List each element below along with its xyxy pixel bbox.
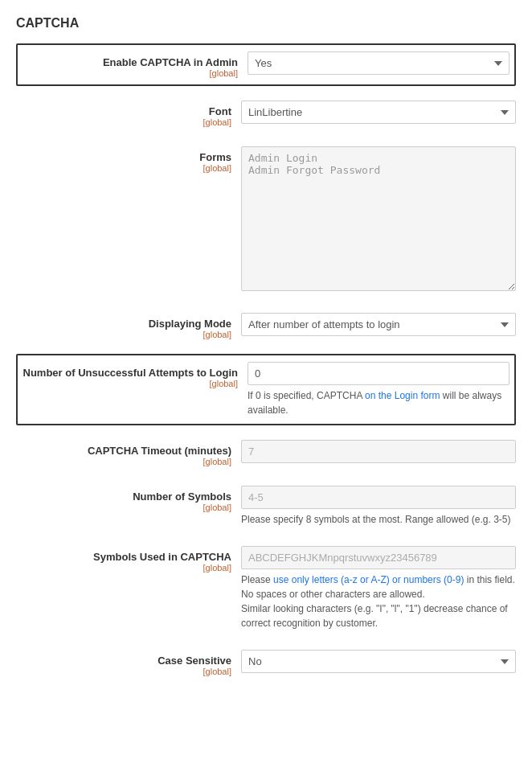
symbols-used-row: Symbols Used in CAPTCHA [global] Please … bbox=[16, 541, 516, 635]
enable-captcha-row: Enable CAPTCHA in Admin [global] Yes No bbox=[16, 43, 516, 86]
case-sensitive-scope: [global] bbox=[16, 667, 231, 676]
captcha-timeout-row: CAPTCHA Timeout (minutes) [global] bbox=[16, 435, 516, 471]
enable-captcha-label: Enable CAPTCHA in Admin bbox=[23, 56, 238, 68]
displaying-mode-scope: [global] bbox=[16, 330, 231, 339]
symbols-used-field: Please use only letters (a-z or A-Z) or … bbox=[241, 546, 516, 630]
unsuccessful-attempts-note: If 0 is specified, CAPTCHA on the Login … bbox=[248, 388, 509, 417]
displaying-mode-row: Displaying Mode [global] After number of… bbox=[16, 308, 516, 344]
forms-row: Forms [global] Admin Login Admin Forgot … bbox=[16, 142, 516, 298]
displaying-mode-field: After number of attempts to login Always bbox=[241, 313, 516, 336]
symbols-used-input[interactable] bbox=[241, 546, 516, 569]
captcha-timeout-label: CAPTCHA Timeout (minutes) bbox=[16, 445, 231, 457]
case-sensitive-row: Case Sensitive [global] No Yes bbox=[16, 645, 516, 681]
captcha-timeout-field bbox=[241, 440, 516, 463]
captcha-timeout-input[interactable] bbox=[241, 440, 516, 463]
captcha-form: Enable CAPTCHA in Admin [global] Yes No … bbox=[16, 43, 516, 681]
number-of-symbols-label: Number of Symbols bbox=[16, 491, 231, 503]
forms-label: Forms bbox=[16, 151, 231, 163]
unsuccessful-attempts-field: If 0 is specified, CAPTCHA on the Login … bbox=[248, 362, 509, 417]
enable-captcha-scope: [global] bbox=[23, 68, 238, 78]
font-label: Font bbox=[16, 105, 231, 117]
displaying-mode-label: Displaying Mode bbox=[16, 318, 231, 330]
enable-captcha-label-col: Enable CAPTCHA in Admin [global] bbox=[23, 51, 248, 78]
unsuccessful-attempts-scope: [global] bbox=[23, 379, 238, 388]
font-select[interactable]: LinLibertine bbox=[241, 101, 516, 124]
forms-scope: [global] bbox=[16, 163, 231, 173]
unsuccessful-attempts-row: Number of Unsuccessful Attempts to Login… bbox=[16, 354, 516, 425]
symbols-used-note: Please use only letters (a-z or A-Z) or … bbox=[241, 573, 516, 630]
case-sensitive-field: No Yes bbox=[241, 650, 516, 673]
font-label-col: Font [global] bbox=[16, 101, 241, 127]
captcha-timeout-scope: [global] bbox=[16, 457, 231, 466]
number-of-symbols-scope: [global] bbox=[16, 503, 231, 512]
number-of-symbols-input[interactable] bbox=[241, 486, 516, 509]
enable-captcha-field: Yes No bbox=[248, 51, 509, 75]
case-sensitive-label-col: Case Sensitive [global] bbox=[16, 650, 241, 676]
case-sensitive-label: Case Sensitive bbox=[16, 655, 231, 667]
number-of-symbols-note: Please specify 8 symbols at the most. Ra… bbox=[241, 512, 516, 527]
number-of-symbols-row: Number of Symbols [global] Please specif… bbox=[16, 481, 516, 532]
number-of-symbols-field: Please specify 8 symbols at the most. Ra… bbox=[241, 486, 516, 527]
symbols-used-label: Symbols Used in CAPTCHA bbox=[16, 551, 231, 563]
unsuccessful-attempts-label: Number of Unsuccessful Attempts to Login bbox=[23, 367, 238, 379]
unsuccessful-attempts-label-col: Number of Unsuccessful Attempts to Login… bbox=[23, 362, 248, 388]
font-row: Font [global] LinLibertine bbox=[16, 96, 516, 132]
captcha-timeout-label-col: CAPTCHA Timeout (minutes) [global] bbox=[16, 440, 241, 466]
unsuccessful-attempts-input[interactable] bbox=[248, 362, 509, 385]
displaying-mode-select[interactable]: After number of attempts to login Always bbox=[241, 313, 516, 336]
displaying-mode-label-col: Displaying Mode [global] bbox=[16, 313, 241, 339]
login-form-link: on the Login form bbox=[365, 390, 440, 401]
symbols-used-scope: [global] bbox=[16, 563, 231, 573]
font-field: LinLibertine bbox=[241, 101, 516, 124]
font-scope: [global] bbox=[16, 117, 231, 127]
number-of-symbols-label-col: Number of Symbols [global] bbox=[16, 486, 241, 512]
forms-field: Admin Login Admin Forgot Password bbox=[241, 146, 516, 293]
enable-captcha-select[interactable]: Yes No bbox=[248, 51, 509, 75]
case-sensitive-select[interactable]: No Yes bbox=[241, 650, 516, 673]
page-title: CAPTCHA bbox=[16, 16, 516, 31]
forms-textarea[interactable]: Admin Login Admin Forgot Password bbox=[241, 146, 516, 291]
symbols-used-label-col: Symbols Used in CAPTCHA [global] bbox=[16, 546, 241, 573]
forms-label-col: Forms [global] bbox=[16, 146, 241, 173]
